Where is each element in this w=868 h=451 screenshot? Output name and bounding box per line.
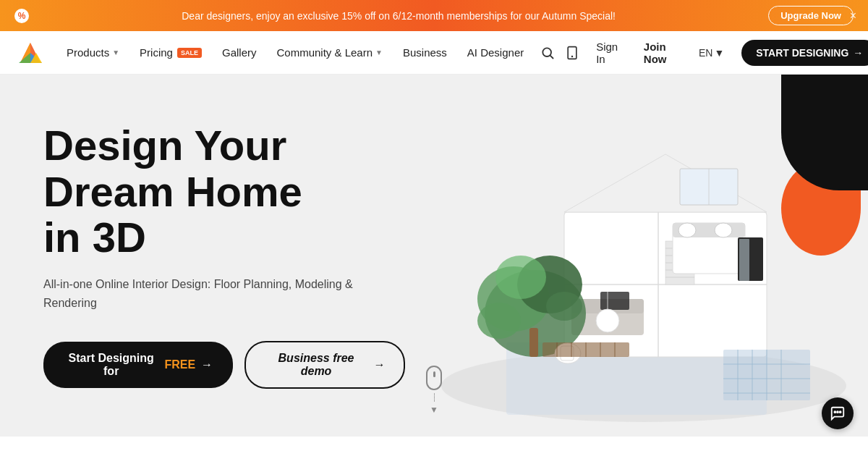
nav-pricing[interactable]: Pricing SALE — [131, 41, 210, 64]
nav-products[interactable]: Products ▼ — [58, 41, 128, 64]
btn-arrow-icon: → — [201, 358, 213, 371]
scroll-mouse-icon — [426, 366, 442, 390]
svg-point-28 — [678, 223, 696, 237]
svg-point-58 — [834, 411, 835, 413]
lang-chevron-icon: ▼ — [714, 47, 724, 59]
nav-gallery[interactable]: Gallery — [213, 41, 265, 64]
mobile-app-button[interactable] — [563, 40, 582, 66]
language-selector[interactable]: EN ▼ — [693, 41, 730, 64]
products-chevron-icon: ▼ — [112, 49, 119, 56]
chat-button[interactable] — [822, 397, 854, 429]
nav-ai-designer[interactable]: AI Designer — [459, 41, 532, 64]
community-chevron-icon: ▼ — [375, 49, 383, 56]
hero-title: Design Your Dream Home in 3D — [43, 122, 405, 261]
start-arrow-icon: → — [853, 47, 863, 59]
demo-arrow-icon: → — [373, 358, 385, 371]
svg-point-33 — [495, 256, 546, 299]
start-designing-button[interactable]: START DESIGNING → — [741, 40, 868, 66]
promo-banner: % Dear designers, enjoy an exclusive 15%… — [0, 0, 868, 31]
free-label: FREE — [164, 358, 195, 371]
btn-prefix: Start Designing for — [64, 352, 158, 378]
join-now-button[interactable]: Join Now — [635, 35, 687, 71]
svg-rect-34 — [529, 328, 538, 357]
discount-icon: % — [14, 9, 29, 23]
nav-community[interactable]: Community & Learn ▼ — [268, 41, 391, 64]
business-demo-button[interactable]: Business free demo → — [244, 341, 405, 389]
navbar: Products ▼ Pricing SALE Gallery Communit… — [0, 31, 868, 75]
upgrade-now-button[interactable]: Upgrade Now — [768, 6, 854, 25]
svg-line-6 — [550, 55, 553, 58]
logo[interactable] — [17, 40, 43, 66]
start-designing-free-button[interactable]: Start Designing for FREE → — [43, 342, 233, 388]
hero-buttons: Start Designing for FREE → Business free… — [43, 341, 405, 389]
svg-point-57 — [837, 411, 838, 413]
banner-close-button[interactable]: × — [850, 9, 856, 22]
hero-subtitle: All-in-one Online Interior Design: Floor… — [43, 275, 405, 312]
scroll-indicator: ▼ — [426, 366, 442, 415]
sale-badge: SALE — [177, 48, 202, 58]
svg-point-53 — [596, 309, 619, 332]
hero-content: Design Your Dream Home in 3D All-in-one … — [0, 122, 448, 389]
svg-point-35 — [477, 303, 521, 339]
hero-section: Design Your Dream Home in 3D All-in-one … — [0, 75, 868, 437]
scroll-arrow-icon: ▼ — [430, 405, 438, 415]
banner-text: Dear designers, enjoy an exclusive 15% o… — [36, 10, 761, 22]
search-button[interactable] — [538, 40, 557, 66]
nav-actions: Sign In Join Now EN ▼ START DESIGNING → — [538, 35, 868, 71]
svg-rect-56 — [739, 239, 749, 281]
sign-in-button[interactable]: Sign In — [587, 35, 629, 71]
nav-business[interactable]: Business — [394, 41, 456, 64]
svg-point-59 — [840, 411, 841, 413]
svg-point-29 — [715, 223, 732, 237]
svg-point-36 — [546, 292, 582, 321]
svg-rect-25 — [600, 292, 629, 310]
